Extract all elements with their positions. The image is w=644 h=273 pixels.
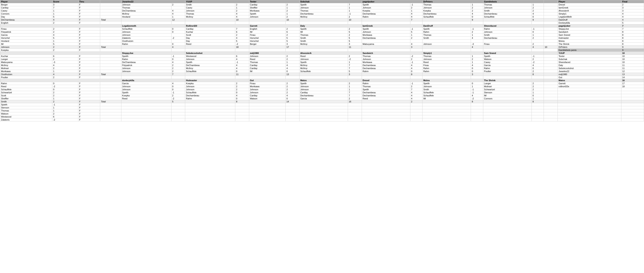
table-row: McIlroy 4 F Fitzpatrick 2 DeChambeau 4 C… bbox=[0, 64, 644, 67]
c6-score: 0 bbox=[471, 67, 483, 70]
player-thru: F bbox=[78, 36, 100, 40]
spacer bbox=[100, 15, 121, 18]
sobchak-total: 10 bbox=[348, 18, 362, 22]
c5-pick bbox=[362, 40, 410, 42]
player-score: 0 bbox=[52, 82, 78, 85]
c2-pick: Johnson bbox=[185, 85, 235, 88]
player-name: Oosthuizen bbox=[0, 73, 52, 76]
player-name: DeChambeau bbox=[0, 18, 52, 22]
col-header-drpeters: DrPeters bbox=[422, 0, 483, 3]
c6-score: -2 bbox=[471, 97, 483, 100]
c3-pick: Berger bbox=[249, 42, 286, 46]
c6-score: 2 bbox=[471, 58, 483, 61]
c2-pick: Johnson bbox=[185, 58, 235, 61]
yuup-score: 4 bbox=[235, 15, 249, 18]
c6-score: 1 bbox=[471, 85, 483, 88]
col-header-score: Score bbox=[52, 0, 78, 3]
pagel-pick: Rahm bbox=[362, 15, 410, 18]
c1-pick: Koepka bbox=[121, 94, 171, 97]
col-header-final-player: Player bbox=[558, 0, 621, 3]
player-thru: F bbox=[78, 30, 100, 34]
final-player: Garrett bbox=[558, 82, 621, 85]
c1-pick: Rahm bbox=[121, 58, 171, 61]
jsearles-score: 4 bbox=[171, 12, 185, 15]
c4-score: 1 bbox=[348, 85, 362, 88]
c1-pick: Johnson bbox=[121, 70, 171, 73]
section-rollinx420: Rollinx420 bbox=[185, 24, 249, 28]
texter-pick: Johnson bbox=[249, 15, 286, 18]
c6-score: 4 bbox=[471, 64, 483, 67]
table-row: Watson 2 F bbox=[0, 112, 644, 115]
c2-pick: Speith bbox=[185, 61, 235, 64]
jsearles-pick: Johnson bbox=[121, 3, 171, 6]
c3-pick: Reed bbox=[249, 58, 286, 61]
c1-pick: Zalatoris bbox=[121, 36, 171, 40]
texter-total: 10 bbox=[286, 18, 300, 22]
player-name: Sheffler bbox=[0, 97, 52, 100]
final-player: The Shrink bbox=[558, 42, 621, 46]
c7-pick bbox=[483, 40, 532, 42]
c6-score: -3 bbox=[471, 42, 483, 46]
yuup-score: 1 bbox=[235, 6, 249, 9]
final-player: YUUP bbox=[558, 52, 621, 55]
c5-score: 4 bbox=[410, 94, 422, 97]
c6-score: -1 bbox=[471, 88, 483, 91]
player-thru: F bbox=[78, 18, 100, 22]
player-name: McIlroy bbox=[0, 64, 52, 67]
c7-pick: IM bbox=[483, 94, 532, 97]
gamblebots-pick: Dechambeau bbox=[483, 12, 532, 15]
c2-score: 6 bbox=[235, 55, 249, 58]
drpeters-score: 4 bbox=[471, 12, 483, 15]
player-name: Hovland bbox=[0, 40, 52, 42]
c5-score: 0 bbox=[410, 70, 422, 73]
player-thru: F bbox=[78, 12, 100, 15]
player-thru: F bbox=[78, 85, 100, 88]
final-player: rollins420x bbox=[558, 85, 621, 88]
c3-pick: Horschel bbox=[249, 36, 286, 40]
player-score: 2 bbox=[52, 76, 78, 79]
jsearles-pick: Hovland bbox=[121, 15, 171, 18]
c3-pick: IM bbox=[249, 30, 286, 34]
c7-pick: Finau bbox=[483, 42, 532, 46]
c7-score: 2 bbox=[532, 42, 544, 46]
c3-pick: Cantlay bbox=[249, 94, 286, 97]
player-thru: F bbox=[78, 15, 100, 18]
jsearles-pick bbox=[121, 18, 171, 22]
table-row: Hovland 1 F Oosthuizen Day 5 Horschel 5 … bbox=[0, 40, 644, 42]
c4-score: 3 bbox=[348, 42, 362, 46]
c3-pick: IM bbox=[249, 70, 286, 73]
c1-pick: Reed bbox=[121, 97, 171, 100]
drpeters-pick: Koepka bbox=[422, 9, 471, 12]
c1-score: 2 bbox=[171, 67, 185, 70]
texter-pick: Cantlay bbox=[249, 3, 286, 6]
player-thru: F bbox=[78, 70, 100, 73]
player-thru: F bbox=[78, 112, 100, 115]
c5-pick: Morikawa bbox=[362, 34, 410, 36]
table-row: Thomas 1 F bbox=[0, 109, 644, 112]
final-player: Gut bbox=[558, 76, 621, 79]
section-dandruff: DanDruff bbox=[422, 24, 483, 28]
player-thru: F bbox=[78, 82, 100, 85]
player-score: 2 bbox=[52, 58, 78, 61]
player-score: 1 bbox=[52, 40, 78, 42]
texter-score bbox=[286, 22, 300, 24]
table-row: Oosthuizen 4 F Total 7 11 13 3 8 3 8 mdj… bbox=[0, 73, 644, 76]
c3-score: 2 bbox=[286, 58, 300, 61]
c6-pick: Speith bbox=[422, 82, 471, 85]
section-sandwich: Sandwich bbox=[362, 52, 422, 55]
c3-score: 4 bbox=[286, 67, 300, 70]
c6-pick: Thomas bbox=[422, 55, 471, 58]
final-score: 8 bbox=[621, 42, 644, 46]
c3-score: 2 bbox=[286, 34, 300, 36]
c4-score: 7 bbox=[348, 94, 362, 97]
c6-score: -1 bbox=[471, 28, 483, 30]
c5-pick: Johnson bbox=[362, 30, 410, 34]
c1-score: 4 bbox=[171, 82, 185, 85]
c4-pick: Garcia bbox=[299, 97, 348, 100]
c1-pick: Schauffele bbox=[121, 28, 171, 30]
jsearles-pick: DeChambeau bbox=[121, 9, 171, 12]
gamblebots-pick bbox=[483, 18, 532, 22]
player-score: 2 bbox=[52, 30, 78, 34]
final-score: 11 bbox=[621, 64, 644, 67]
c4-score: 7 bbox=[348, 67, 362, 70]
